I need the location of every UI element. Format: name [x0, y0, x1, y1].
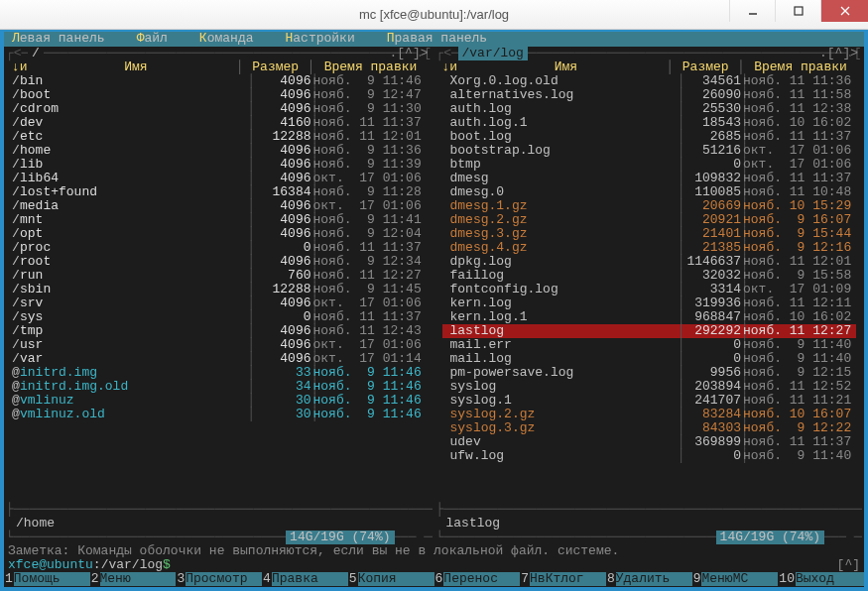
fkey-10[interactable]: 10Выход [778, 572, 864, 586]
fkey-2[interactable]: 2Меню [90, 572, 177, 586]
file-row[interactable]: /usr│4096│окт. 17 01:06 [12, 338, 427, 352]
svg-rect-1 [795, 7, 803, 15]
file-row[interactable]: bootstrap.log│51216│окт. 17 01:06 [442, 144, 857, 158]
left-panel-footer: /home [12, 517, 427, 531]
file-row[interactable]: /var│4096│окт. 17 01:14 [12, 352, 427, 366]
fkey-8[interactable]: 8Удалить [606, 572, 692, 586]
right-panel[interactable]: ┌<─ ────────────────────────────────────… [434, 47, 865, 544]
file-row[interactable]: @initrd.img.old│34│нояб. 9 11:46 [12, 380, 427, 394]
col-date[interactable]: Время правки [315, 60, 427, 74]
file-row[interactable]: dmesg.4.gz│21385│нояб. 9 12:16 [442, 241, 857, 255]
file-row[interactable]: auth.log.1│18543│нояб. 10 16:02 [442, 116, 857, 130]
file-row[interactable]: /dev│4160│нояб. 11 11:37 [12, 116, 427, 130]
fkey-5[interactable]: 5Копия [348, 572, 434, 586]
file-row[interactable]: @initrd.img│33│нояб. 9 11:46 [12, 366, 427, 380]
col-size[interactable]: Размер [674, 60, 737, 74]
menu-item[interactable]: Левая панель [12, 32, 105, 47]
app-window: mc [xfce@ubuntu]:/var/log Левая панельФа… [0, 0, 868, 591]
prompt-path: :/var/log [93, 558, 163, 572]
terminal: Левая панельФайлКомандаНастройкиПравая п… [0, 30, 868, 591]
file-row[interactable]: dmesg.0│110085│нояб. 11 10:48 [442, 185, 857, 199]
file-row[interactable]: syslog│203894│нояб. 11 12:52 [442, 380, 857, 394]
file-row[interactable]: /opt│4096│нояб. 9 12:04 [12, 227, 427, 241]
left-rows[interactable]: /bin│4096│нояб. 9 11:46/boot│4096│нояб. … [12, 74, 427, 421]
window-controls [729, 0, 868, 22]
file-row[interactable]: fontconfig.log│3314│окт. 17 01:09 [442, 283, 857, 296]
file-row[interactable]: /lib│4096│нояб. 9 11:39 [12, 158, 427, 172]
file-row[interactable]: btmp│0│окт. 17 01:06 [442, 158, 857, 172]
close-button[interactable] [820, 0, 868, 22]
file-row[interactable]: alternatives.log│26090│нояб. 11 11:58 [442, 88, 857, 102]
file-row[interactable]: dmesg│109832│нояб. 11 11:37 [442, 172, 857, 185]
file-row[interactable]: faillog│32032│нояб. 9 15:58 [442, 269, 857, 283]
file-row[interactable]: /proc│0│нояб. 11 11:37 [12, 241, 427, 255]
file-row[interactable]: /boot│4096│нояб. 9 12:47 [12, 88, 427, 102]
left-panel[interactable]: ┌<─ ────────────────────────────────────… [4, 47, 434, 544]
file-row[interactable]: /lib64│4096│окт. 17 01:06 [12, 172, 427, 185]
file-row[interactable]: dmesg.3.gz│21401│нояб. 9 15:44 [442, 227, 857, 241]
panel-corner-ind: .[^]> [819, 47, 858, 60]
fkey-3[interactable]: 3Просмотр [176, 572, 262, 586]
file-row[interactable]: /mnt│4096│нояб. 9 11:41 [12, 213, 427, 227]
file-row[interactable]: dmesg.1.gz│20669│нояб. 10 15:29 [442, 199, 857, 213]
file-row[interactable]: lastlog│292292│нояб. 11 12:27 [442, 324, 857, 338]
fkey-6[interactable]: 6Перенос [434, 572, 521, 586]
file-row[interactable]: syslog.1│241707│нояб. 11 11:21 [442, 394, 857, 408]
right-panel-header[interactable]: ↓и Имя │ Размер │ Время правки [442, 60, 857, 74]
left-panel-path[interactable]: / [28, 47, 44, 60]
maximize-button[interactable] [775, 0, 820, 22]
prompt-indicator: [^] [837, 558, 860, 572]
file-row[interactable]: /media│4096│окт. 17 01:06 [12, 199, 427, 213]
col-name[interactable]: Имя [36, 60, 236, 74]
file-row[interactable]: pm-powersave.log│9956│нояб. 9 12:15 [442, 366, 857, 380]
file-row[interactable]: mail.err│0│нояб. 9 11:40 [442, 338, 857, 352]
file-row[interactable]: syslog.2.gz│83284│нояб. 10 16:07 [442, 408, 857, 421]
menu-item[interactable]: Файл [137, 32, 168, 47]
menu-item[interactable]: Команда [199, 32, 254, 47]
prompt-user: xfce@ubuntu [8, 558, 93, 572]
col-name[interactable]: Имя [466, 60, 667, 74]
fkey-1[interactable]: 1Помощь [4, 572, 90, 586]
file-row[interactable]: kern.log.1│968847│нояб. 10 16:02 [442, 310, 857, 324]
file-row[interactable]: boot.log│2685│нояб. 11 11:37 [442, 130, 857, 144]
file-row[interactable]: /home│4096│нояб. 9 11:36 [12, 144, 427, 158]
file-row[interactable]: Xorg.0.log.old│34561│нояб. 11 11:36 [442, 74, 857, 88]
minimize-button[interactable] [729, 0, 775, 22]
file-row[interactable]: /run│760│нояб. 11 12:27 [12, 269, 427, 283]
titlebar[interactable]: mc [xfce@ubuntu]:/var/log [0, 0, 868, 30]
fkey-4[interactable]: 4Правка [262, 572, 348, 586]
fkey-bar[interactable]: 1Помощь2Меню3Просмотр4Правка5Копия6Перен… [4, 572, 864, 586]
file-row[interactable]: /srv│4096│окт. 17 01:06 [12, 296, 427, 310]
file-row[interactable]: @vmlinuz│30│нояб. 9 11:46 [12, 394, 427, 408]
col-size[interactable]: Размер [244, 60, 308, 74]
file-row[interactable]: /sys│0│нояб. 11 11:37 [12, 310, 427, 324]
menu-item[interactable]: Правая панель [387, 32, 487, 47]
menu-bar[interactable]: Левая панельФайлКомандаНастройкиПравая п… [4, 32, 864, 47]
file-row[interactable]: /cdrom│4096│нояб. 9 11:30 [12, 102, 427, 116]
file-row[interactable]: auth.log│25530│нояб. 11 12:38 [442, 102, 857, 116]
file-row[interactable]: ufw.log│0│нояб. 9 11:40 [442, 449, 857, 463]
file-row[interactable]: /bin│4096│нояб. 9 11:46 [12, 74, 427, 88]
file-row[interactable]: kern.log│319936│нояб. 11 12:11 [442, 296, 857, 310]
file-row[interactable]: syslog.3.gz│84303│нояб. 9 12:22 [442, 421, 857, 435]
left-panel-header[interactable]: ↓и Имя │ Размер │ Время правки [12, 60, 427, 74]
right-rows[interactable]: Xorg.0.log.old│34561│нояб. 11 11:36 alte… [442, 74, 857, 463]
file-row[interactable]: /sbin│12288│нояб. 9 11:45 [12, 283, 427, 296]
fkey-7[interactable]: 7НвКтлог [520, 572, 606, 586]
file-row[interactable]: udev│369899│нояб. 11 11:37 [442, 435, 857, 449]
menu-item[interactable]: Настройки [285, 32, 354, 47]
file-row[interactable]: /root│4096│нояб. 9 12:34 [12, 255, 427, 269]
file-row[interactable]: dpkg.log│1146637│нояб. 11 12:01 [442, 255, 857, 269]
file-row[interactable]: dmesg.2.gz│20921│нояб. 9 16:07 [442, 213, 857, 227]
prompt-symbol: $ [163, 558, 171, 572]
prompt-line[interactable]: xfce@ubuntu:/var/log$ [^] [4, 558, 864, 572]
file-row[interactable]: @vmlinuz.old│30│нояб. 9 11:46 [12, 408, 427, 421]
right-panel-path[interactable]: /var/log [458, 47, 528, 60]
col-date[interactable]: Время правки [745, 60, 856, 74]
left-panel-stats: 14G/19G (74%) [286, 531, 394, 544]
file-row[interactable]: /etc│12288│нояб. 11 12:01 [12, 130, 427, 144]
file-row[interactable]: /tmp│4096│нояб. 11 12:43 [12, 324, 427, 338]
fkey-9[interactable]: 9МенюМС [692, 572, 779, 586]
file-row[interactable]: mail.log│0│нояб. 9 11:40 [442, 352, 857, 366]
file-row[interactable]: /lost+found│16384│нояб. 9 11:28 [12, 185, 427, 199]
